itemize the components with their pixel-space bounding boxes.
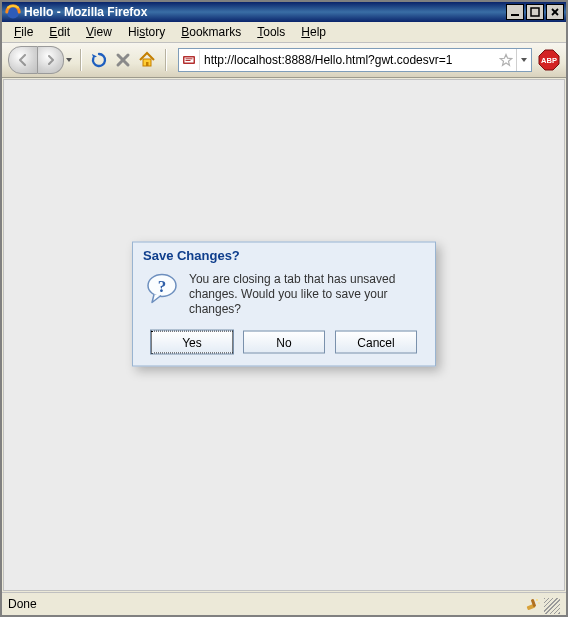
url-text[interactable]: http://localhost:8888/Hello.html?gwt.cod… [200, 53, 496, 67]
menu-help[interactable]: Help [295, 23, 332, 41]
dialog-title: Save Changes? [133, 243, 435, 266]
menu-view[interactable]: View [80, 23, 118, 41]
svg-text:ABP: ABP [541, 56, 557, 65]
window-close-button[interactable] [546, 4, 564, 20]
save-changes-dialog: Save Changes? ? You are closing a tab th… [132, 242, 436, 367]
svg-rect-8 [146, 62, 149, 66]
svg-point-18 [536, 599, 538, 601]
toolbar: http://localhost:8888/Hello.html?gwt.cod… [2, 43, 566, 78]
nav-back-button[interactable] [8, 46, 38, 74]
url-bar[interactable]: http://localhost:8888/Hello.html?gwt.cod… [178, 48, 532, 72]
svg-rect-11 [186, 58, 193, 59]
yes-button[interactable]: Yes [151, 331, 233, 354]
svg-point-19 [538, 602, 540, 604]
window-titlebar: Hello - Mozilla Firefox [2, 2, 566, 22]
nav-history-dropdown[interactable] [64, 56, 74, 64]
toolbar-separator [80, 49, 81, 71]
stop-button[interactable] [111, 48, 135, 72]
svg-text:?: ? [158, 277, 167, 296]
question-icon: ? [145, 272, 181, 308]
menubar: File Edit View History Bookmarks Tools H… [2, 22, 566, 43]
abp-icon[interactable]: ABP [538, 49, 560, 71]
menu-tools[interactable]: Tools [251, 23, 291, 41]
url-dropdown[interactable] [516, 49, 531, 71]
app-icon [5, 4, 21, 20]
cancel-button[interactable]: Cancel [335, 331, 417, 354]
menu-history[interactable]: History [122, 23, 171, 41]
svg-rect-12 [186, 60, 191, 61]
no-button[interactable]: No [243, 331, 325, 354]
window-minimize-button[interactable] [506, 4, 524, 20]
browser-viewport: Save Changes? ? You are closing a tab th… [3, 79, 565, 591]
menu-file[interactable]: File [8, 23, 39, 41]
window-title: Hello - Mozilla Firefox [24, 5, 504, 19]
reload-button[interactable] [87, 48, 111, 72]
menu-edit[interactable]: Edit [43, 23, 76, 41]
nav-forward-button[interactable] [38, 46, 64, 74]
statusbar: Done [2, 592, 566, 615]
resize-grip[interactable] [544, 598, 560, 614]
window-maximize-button[interactable] [526, 4, 544, 20]
svg-rect-2 [531, 8, 539, 16]
home-button[interactable] [135, 48, 159, 72]
svg-rect-1 [511, 14, 519, 16]
site-favicon [179, 50, 200, 70]
bookmark-star-icon[interactable] [496, 53, 516, 67]
menu-bookmarks[interactable]: Bookmarks [175, 23, 247, 41]
status-tool-icon[interactable] [522, 594, 544, 614]
dialog-message: You are closing a tab that has unsaved c… [189, 272, 423, 317]
toolbar-separator [165, 49, 166, 71]
status-text: Done [8, 597, 522, 611]
